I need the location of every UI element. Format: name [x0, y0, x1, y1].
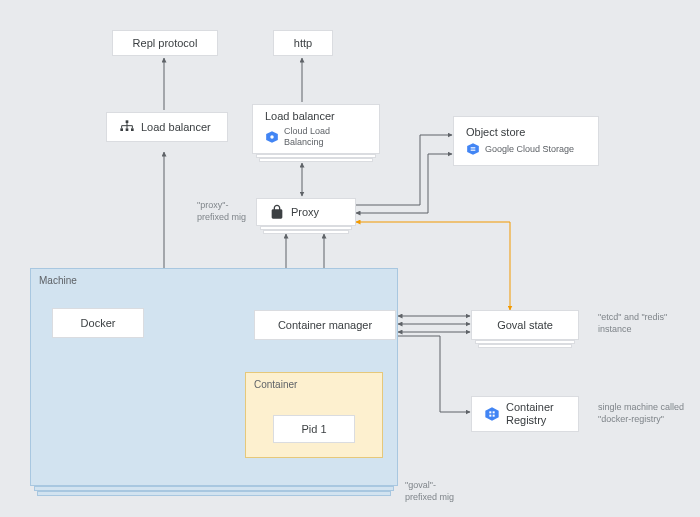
load-balancer-left-node: Load balancer: [106, 112, 228, 142]
object-store-sub: Google Cloud Storage: [485, 144, 574, 155]
docker-node: Docker: [52, 308, 144, 338]
load-balancer-right-title: Load balancer: [265, 110, 335, 122]
cloud-load-balancing-icon: [265, 130, 279, 144]
container-manager-label: Container manager: [278, 319, 372, 331]
http-node: http: [273, 30, 333, 56]
svg-marker-21: [485, 407, 498, 420]
load-balancer-right-node: Load balancer Cloud Load Balancing: [252, 104, 380, 154]
proxy-node: Proxy: [256, 198, 356, 226]
container-label: Container: [254, 379, 297, 390]
svg-rect-22: [489, 411, 491, 413]
cloud-storage-icon: [466, 142, 480, 156]
http-label: http: [294, 37, 312, 49]
load-balancer-right-sub: Cloud Load Balancing: [284, 126, 367, 148]
pid1-node: Pid 1: [273, 415, 355, 443]
repl-protocol-node: Repl protocol: [112, 30, 218, 56]
svg-point-17: [270, 135, 274, 139]
svg-rect-23: [493, 411, 495, 413]
container-registry-icon: [484, 406, 500, 422]
svg-marker-18: [467, 143, 479, 155]
goval-state-label: Goval state: [497, 319, 553, 331]
machine-label: Machine: [39, 275, 77, 286]
goval-state-node: Goval state: [471, 310, 579, 340]
object-store-title: Object store: [466, 126, 525, 138]
proxy-mig-annotation: "proxy"-prefixed mig: [197, 200, 247, 223]
pid1-label: Pid 1: [301, 423, 326, 435]
svg-rect-13: [120, 128, 123, 131]
object-store-node: Object store Google Cloud Storage: [453, 116, 599, 166]
load-balancer-left-label: Load balancer: [141, 121, 211, 133]
docker-label: Docker: [81, 317, 116, 329]
container-registry-node: Container Registry: [471, 396, 579, 432]
proxy-label: Proxy: [291, 206, 319, 218]
repl-protocol-label: Repl protocol: [133, 37, 198, 49]
etcd-redis-annotation: "etcd" and "redis" instance: [598, 312, 668, 335]
container-manager-node: Container manager: [254, 310, 396, 340]
lock-icon: [269, 204, 285, 220]
svg-rect-12: [126, 120, 129, 123]
svg-rect-24: [489, 415, 491, 417]
svg-rect-20: [471, 150, 476, 151]
goval-mig-annotation: "goval"-prefixed mig: [405, 480, 465, 503]
load-balancer-icon: [119, 119, 135, 135]
svg-rect-25: [493, 415, 495, 417]
svg-rect-19: [471, 147, 476, 148]
svg-rect-14: [126, 128, 129, 131]
docker-registry-annotation: single machine called "docker-registry": [598, 402, 688, 425]
svg-rect-15: [131, 128, 134, 131]
container-registry-label: Container Registry: [506, 401, 566, 427]
